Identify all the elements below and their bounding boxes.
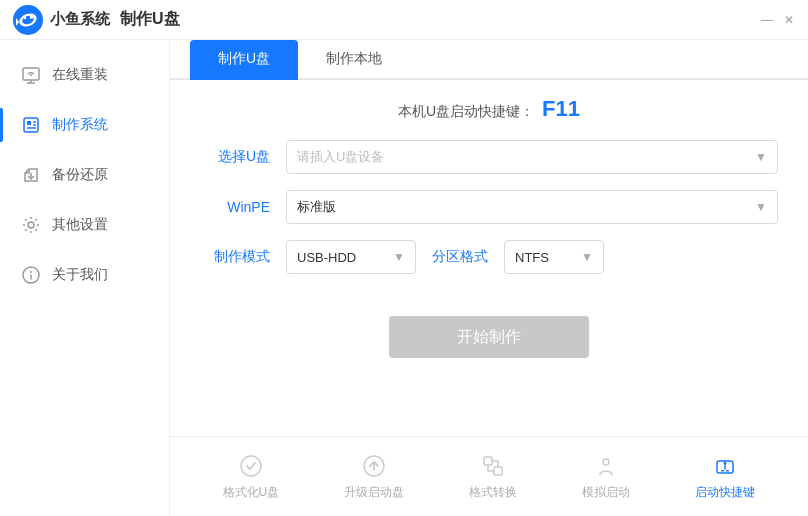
svg-rect-11: [27, 121, 31, 125]
content-body: 本机U盘启动快捷键： F11 选择U盘 请插入U盘设备 ▼ WinPE 标准版 …: [170, 80, 808, 436]
mode-label: 制作模式: [200, 248, 270, 266]
toolbar-boot-shortcut[interactable]: 启动快捷键: [695, 452, 755, 501]
svg-point-20: [241, 456, 261, 476]
svg-rect-29: [726, 470, 729, 472]
sidebar-item-online-reinstall[interactable]: 在线重装: [0, 50, 169, 100]
bottom-toolbar: 格式化U盘 升级启动盘: [170, 436, 808, 516]
toolbar-format-convert[interactable]: 格式转换: [469, 452, 517, 501]
toolbar-upgrade-boot-label: 升级启动盘: [344, 484, 404, 501]
winpe-row: WinPE 标准版 ▼: [200, 190, 778, 224]
toolbar-simulate-boot-label: 模拟启动: [582, 484, 630, 501]
svg-point-24: [603, 459, 609, 465]
sidebar-label-backup-restore: 备份还原: [52, 166, 108, 184]
toolbar-format-usb[interactable]: 格式化U盘: [223, 452, 280, 501]
toolbar-format-usb-label: 格式化U盘: [223, 484, 280, 501]
title-bar: 小鱼系统 制作U盘 — ✕: [0, 0, 808, 40]
main-container: 在线重装 制作系统: [0, 40, 808, 516]
logo-icon: [12, 4, 44, 36]
app-name: 小鱼系统: [50, 10, 110, 29]
format-convert-icon: [479, 452, 507, 480]
settings-icon: [20, 214, 42, 236]
tab-bar: 制作U盘 制作本地: [170, 40, 808, 80]
minimize-button[interactable]: —: [760, 13, 774, 27]
sidebar-item-about-us[interactable]: 关于我们: [0, 250, 169, 300]
about-icon: [20, 264, 42, 286]
partition-dropdown[interactable]: NTFS ▼: [504, 240, 604, 274]
sidebar-item-backup-restore[interactable]: 备份还原: [0, 150, 169, 200]
shortcut-key: F11: [542, 96, 580, 121]
mode-dropdown[interactable]: USB-HDD ▼: [286, 240, 416, 274]
make-system-icon: [20, 114, 42, 136]
shortcut-hint: 本机U盘启动快捷键： F11: [200, 96, 778, 122]
winpe-label: WinPE: [200, 199, 270, 215]
sidebar-label-make-system: 制作系统: [52, 116, 108, 134]
sidebar-label-about: 关于我们: [52, 266, 108, 284]
usb-placeholder: 请插入U盘设备: [297, 148, 384, 166]
close-button[interactable]: ✕: [782, 13, 796, 27]
sidebar-item-make-system[interactable]: 制作系统: [0, 100, 169, 150]
mode-partition-row: 制作模式 USB-HDD ▼ 分区格式 NTFS ▼: [200, 240, 778, 274]
toolbar-simulate-boot[interactable]: 模拟启动: [582, 452, 630, 501]
online-reinstall-icon: [20, 64, 42, 86]
toolbar-boot-shortcut-label: 启动快捷键: [695, 484, 755, 501]
winpe-value: 标准版: [297, 198, 336, 216]
winpe-dropdown[interactable]: 标准版 ▼: [286, 190, 778, 224]
usb-label: 选择U盘: [200, 148, 270, 166]
usb-dropdown[interactable]: 请插入U盘设备 ▼: [286, 140, 778, 174]
tab-make-local[interactable]: 制作本地: [298, 40, 410, 80]
sidebar-label-settings: 其他设置: [52, 216, 108, 234]
svg-point-16: [28, 222, 34, 228]
simulate-boot-icon: [592, 452, 620, 480]
start-button[interactable]: 开始制作: [389, 316, 589, 358]
upgrade-boot-icon: [360, 452, 388, 480]
usb-select-row: 选择U盘 请插入U盘设备 ▼: [200, 140, 778, 174]
partition-arrow-icon: ▼: [581, 250, 593, 264]
sidebar-item-other-settings[interactable]: 其他设置: [0, 200, 169, 250]
usb-arrow-icon: ▼: [755, 150, 767, 164]
svg-point-9: [30, 74, 32, 76]
tab-make-usb[interactable]: 制作U盘: [190, 40, 298, 80]
toolbar-upgrade-boot[interactable]: 升级启动盘: [344, 452, 404, 501]
svg-rect-28: [721, 470, 724, 472]
svg-rect-22: [484, 457, 492, 465]
sidebar: 在线重装 制作系统: [0, 40, 170, 516]
mode-arrow-icon: ▼: [393, 250, 405, 264]
shortcut-prefix: 本机U盘启动快捷键：: [398, 103, 534, 119]
logo-area: 小鱼系统: [12, 4, 110, 36]
svg-point-4: [24, 16, 26, 18]
svg-rect-23: [494, 467, 502, 475]
page-title: 制作U盘: [120, 9, 180, 30]
backup-restore-icon: [20, 164, 42, 186]
partition-label: 分区格式: [432, 248, 488, 266]
svg-point-18: [30, 271, 32, 273]
sidebar-label-online-reinstall: 在线重装: [52, 66, 108, 84]
boot-shortcut-icon: [711, 452, 739, 480]
toolbar-format-convert-label: 格式转换: [469, 484, 517, 501]
winpe-arrow-icon: ▼: [755, 200, 767, 214]
window-controls: — ✕: [760, 13, 796, 27]
partition-value: NTFS: [515, 250, 549, 265]
format-usb-icon: [237, 452, 265, 480]
mode-value: USB-HDD: [297, 250, 356, 265]
content-area: 制作U盘 制作本地 本机U盘启动快捷键： F11 选择U盘 请插入U盘设备 ▼ …: [170, 40, 808, 516]
